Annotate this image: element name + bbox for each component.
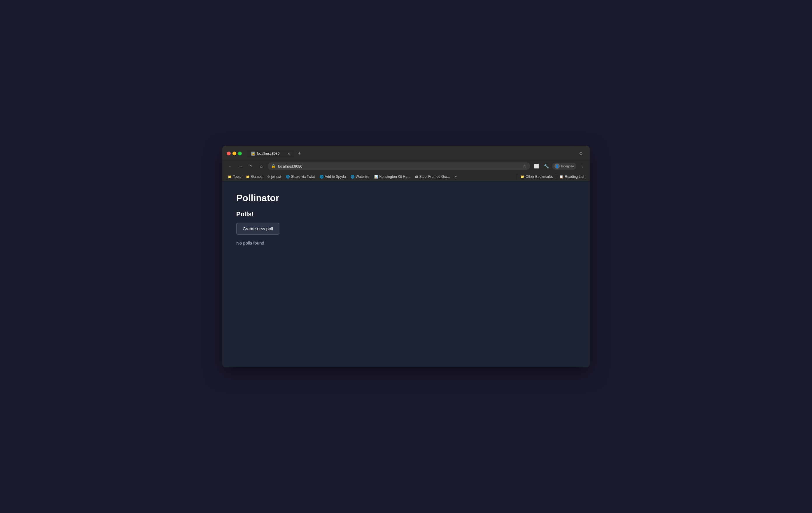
chrome-settings-icon[interactable]: ⊙ — [577, 149, 585, 157]
github-icon: ⚙ — [267, 175, 270, 179]
section-title: Polls! — [236, 210, 576, 218]
reading-list-icon: 📋 — [559, 175, 563, 179]
reading-list[interactable]: 📋 Reading List — [557, 174, 586, 180]
bookmark-star-icon[interactable]: ☆ — [523, 164, 526, 169]
new-tab-button[interactable]: + — [295, 149, 303, 157]
tabs-row: 🔒 localhost:8080 ✕ + — [248, 149, 575, 157]
folder-icon: 📁 — [228, 175, 232, 179]
avatar: 👤 — [554, 163, 560, 169]
bookmarks-right: 📁 Other Bookmarks 📋 Reading List — [516, 174, 586, 180]
bookmark-kensington[interactable]: 📊 Kensington Kit Ho... — [372, 174, 412, 180]
folder-icon: 📁 — [246, 175, 250, 179]
bookmarks-bar: 📁 Tools 📁 Games ⚙ jointwt 🌐 Share via Tw… — [222, 173, 590, 181]
page-content: Pollinator Polls! Create new poll No pol… — [222, 181, 590, 367]
bookmark-tools[interactable]: 📁 Tools — [226, 174, 243, 180]
app-title: Pollinator — [236, 193, 576, 204]
back-button[interactable]: ← — [226, 162, 234, 170]
other-bookmarks-label: Other Bookmarks — [526, 175, 553, 179]
minimize-button[interactable] — [232, 152, 236, 155]
mountain-icon: 🏔 — [415, 175, 418, 178]
title-bar: 🔒 localhost:8080 ✕ + ⊙ — [222, 146, 590, 160]
globe-icon: 🌐 — [286, 175, 290, 179]
lock-icon: 🔒 — [271, 164, 276, 168]
tab-favicon: 🔒 — [251, 152, 255, 156]
browser-window: 🔒 localhost:8080 ✕ + ⊙ ← → ↻ ⌂ 🔒 localho… — [222, 146, 590, 367]
menu-button[interactable]: ⋮ — [578, 162, 586, 170]
other-bookmarks[interactable]: 📁 Other Bookmarks — [518, 174, 555, 180]
address-text: localhost:8080 — [278, 164, 520, 169]
bookmark-steel-framed-label: Steel Framed Gra... — [419, 175, 450, 179]
extensions-icon[interactable]: 🔧 — [542, 162, 550, 170]
bookmark-add-spyda[interactable]: 🌐 Add to Spyda — [318, 174, 348, 180]
traffic-lights — [227, 152, 242, 155]
active-tab[interactable]: 🔒 localhost:8080 ✕ — [248, 150, 294, 157]
bookmark-add-spyda-label: Add to Spyda — [325, 175, 346, 179]
bookmark-kensington-label: Kensington Kit Ho... — [379, 175, 410, 179]
no-polls-message: No polls found — [236, 240, 576, 245]
bookmarks-overflow-button[interactable]: » — [453, 174, 459, 180]
overflow-icon: » — [455, 175, 457, 179]
bookmark-steel-framed[interactable]: 🏔 Steel Framed Gra... — [413, 174, 452, 180]
bookmark-waterize-label: Waterize — [356, 175, 370, 179]
home-button[interactable]: ⌂ — [257, 162, 265, 170]
bookmark-jointwt-label: jointwt — [271, 175, 281, 179]
folder-icon: 📁 — [520, 175, 524, 179]
globe-icon: 🌐 — [320, 175, 324, 179]
bookmark-tools-label: Tools — [233, 175, 241, 179]
screenshot-icon[interactable]: ⬜ — [532, 162, 541, 170]
bookmark-games[interactable]: 📁 Games — [244, 174, 265, 180]
nav-bar: ← → ↻ ⌂ 🔒 localhost:8080 ☆ ⬜ 🔧 👤 Incogni… — [222, 160, 590, 173]
bookmark-waterize[interactable]: 🌐 Waterize — [349, 174, 372, 180]
incognito-label: Incognito — [561, 164, 574, 168]
bookmark-jointwt[interactable]: ⚙ jointwt — [265, 174, 283, 180]
bookmark-share-twtxt[interactable]: 🌐 Share via Twtxt — [284, 174, 317, 180]
forward-button[interactable]: → — [236, 162, 244, 170]
reload-button[interactable]: ↻ — [247, 162, 255, 170]
nav-right-controls: ⬜ 🔧 👤 Incognito ⋮ — [532, 162, 586, 170]
reading-list-label: Reading List — [565, 175, 584, 179]
tab-title: localhost:8080 — [257, 152, 285, 156]
incognito-badge[interactable]: 👤 Incognito — [552, 163, 576, 170]
globe-icon: 🌐 — [351, 175, 355, 179]
close-button[interactable] — [227, 152, 231, 155]
bookmark-games-label: Games — [251, 175, 262, 179]
bookmark-share-twtxt-label: Share via Twtxt — [291, 175, 315, 179]
maximize-button[interactable] — [238, 152, 242, 155]
address-bar[interactable]: 🔒 localhost:8080 ☆ — [268, 162, 530, 170]
chart-icon: 📊 — [374, 175, 378, 179]
create-poll-button[interactable]: Create new poll — [236, 223, 280, 235]
tab-close-button[interactable]: ✕ — [287, 152, 291, 156]
